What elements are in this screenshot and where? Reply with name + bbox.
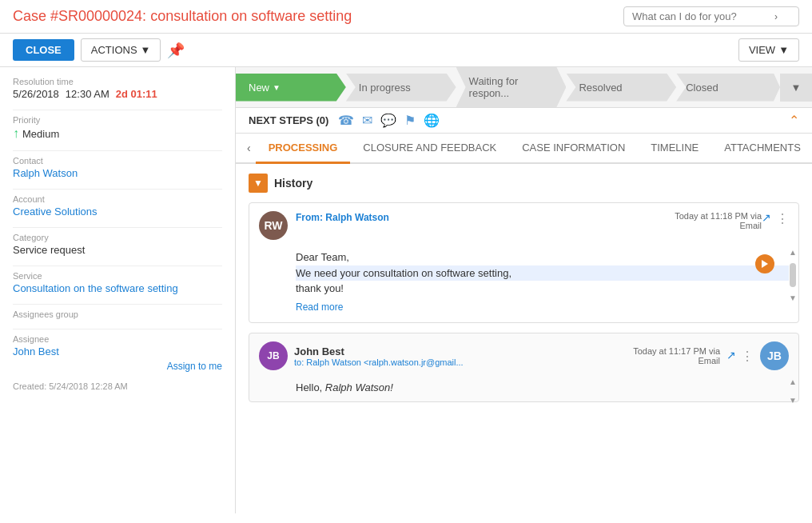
scroll-down-btn-1[interactable]: ▼ [789, 292, 797, 304]
actions-button[interactable]: ACTIONS ▼ [81, 38, 161, 62]
step-inprogress-label: In progress [359, 82, 411, 94]
email-expand-icon-1[interactable]: ↗ [762, 211, 771, 224]
step-new-label: New [249, 82, 269, 94]
step-new-dropdown-icon[interactable]: ▼ [273, 83, 281, 92]
email-avatar-1: RW [259, 211, 288, 240]
history-header: ▼ History [249, 174, 799, 193]
next-steps-label: NEXT STEPS (0) [249, 114, 328, 126]
scroll-down-btn-2[interactable]: ▼ [789, 396, 797, 405]
assign-to-me-link[interactable]: Assign to me [13, 361, 222, 372]
greeting-name-2: Ralph Watson! [325, 381, 393, 393]
category-field: Category Service request [13, 233, 222, 256]
scroll-up-btn-2[interactable]: ▲ [789, 377, 797, 386]
progress-step-resolved[interactable]: Resolved [566, 74, 676, 102]
view-button[interactable]: VIEW ▼ [738, 38, 799, 62]
progress-step-new[interactable]: New ▼ [236, 74, 346, 102]
tab-processing[interactable]: PROCESSING [256, 134, 351, 164]
view-label: VIEW [749, 44, 775, 56]
tab-attachments[interactable]: ATTACHMENTS [711, 134, 812, 164]
email-greeting-2: Hello, Ralph Watson! [249, 378, 798, 401]
tab-prev-button[interactable]: ‹ [242, 134, 256, 162]
page-title: Case #SR00000024: consultation on softwa… [13, 8, 352, 25]
user-avatar-right: JB [760, 341, 789, 370]
search-input[interactable] [632, 10, 768, 22]
search-box[interactable]: › [623, 6, 799, 26]
service-value[interactable]: Consultation on the software setting [13, 282, 178, 294]
sidebar: Resolution time 5/26/2018 12:30 AM 2d 01… [0, 67, 236, 513]
account-value[interactable]: Creative Solutions [13, 206, 98, 218]
collapse-button[interactable]: ⌃ [789, 113, 799, 128]
globe-icon[interactable]: 🌐 [424, 113, 440, 128]
resolution-time-field: Resolution time 5/26/2018 12:30 AM 2d 01… [13, 77, 222, 100]
email-time-2: Today at 11:17 PM via Email [633, 346, 720, 365]
step-closed-label: Closed [686, 82, 718, 94]
priority-label: Priority [13, 115, 222, 125]
case-number: Case #SR00000024: [13, 8, 150, 24]
assignees-group-label: Assignees group [13, 309, 222, 319]
view-dropdown-icon: ▼ [778, 44, 789, 56]
email-scrollbar-2[interactable]: ▲ ▼ [787, 377, 798, 401]
priority-arrow-icon: ↑ [13, 126, 19, 141]
category-label: Category [13, 233, 222, 242]
close-button[interactable]: CLOSE [13, 39, 74, 61]
toolbar-left: CLOSE ACTIONS ▼ 📌 [13, 38, 185, 62]
progress-step-waiting[interactable]: Waiting for respon... [456, 67, 567, 107]
actions-dropdown-icon: ▼ [141, 44, 151, 56]
svg-marker-0 [762, 260, 768, 268]
email-from-1: From: Ralph Watson [296, 212, 389, 223]
content-body: ▼ History RW From: Ralph Watson Today at… [236, 164, 812, 513]
progress-end-dropdown[interactable]: ▼ [780, 74, 812, 102]
step-waiting-label: Waiting for respon... [469, 75, 554, 99]
account-field: Account Creative Solutions [13, 194, 222, 218]
phone-icon[interactable]: ☎ [338, 113, 354, 128]
assignee-value[interactable]: John Best [13, 345, 59, 357]
contact-value[interactable]: Ralph Watson [13, 167, 78, 179]
actions-label: ACTIONS [91, 44, 137, 56]
step-resolved-label: Resolved [579, 82, 622, 94]
email-card-1: RW From: Ralph Watson Today at 11:18 PM … [249, 202, 799, 323]
chat-icon[interactable]: 💬 [380, 113, 396, 128]
email-card-1-header: RW From: Ralph Watson Today at 11:18 PM … [249, 203, 798, 246]
assignees-group-field: Assignees group [13, 309, 222, 319]
main-layout: Resolution time 5/26/2018 12:30 AM 2d 01… [0, 67, 812, 513]
pin-icon[interactable]: 📌 [167, 42, 185, 59]
progress-step-closed[interactable]: Closed [676, 74, 780, 102]
email-scrollbar-1[interactable]: ▲ ▼ [787, 246, 798, 322]
next-steps-bar: NEXT STEPS (0) ☎ ✉ 💬 ⚑ 🌐 ⌃ [236, 108, 812, 134]
email-card-2-header: JB John Best to: Ralph Watson <ralph.wat… [249, 333, 798, 378]
email-menu-icon-2[interactable]: ⋮ [741, 349, 754, 364]
contact-field: Contact Ralph Watson [13, 156, 222, 179]
case-title: consultation on software setting [150, 8, 352, 24]
email-to-2: to: Ralph Watson <ralph.watson.jr@gmail.… [294, 357, 627, 367]
email-compact-info-2: John Best to: Ralph Watson <ralph.watson… [294, 345, 627, 367]
tab-timeline[interactable]: TIMELINE [638, 134, 711, 164]
email-to-address-2[interactable]: Ralph Watson <ralph.watson.jr@gmail... [306, 357, 463, 367]
assignee-label: Assignee [13, 334, 222, 344]
resolution-date: 5/26/2018 [13, 88, 59, 100]
priority-value: Medium [22, 128, 59, 140]
service-label: Service [13, 271, 222, 281]
resolution-time: 12:30 AM [66, 88, 109, 100]
flag-icon[interactable]: ⚑ [404, 113, 416, 128]
service-field: Service Consultation on the software set… [13, 271, 222, 294]
next-steps-icons: ☎ ✉ 💬 ⚑ 🌐 [338, 113, 440, 128]
email-menu-icon-1[interactable]: ⋮ [776, 211, 789, 226]
read-more-link-1[interactable]: Read more [296, 300, 343, 314]
resolution-countdown: 2d 01:11 [116, 88, 157, 100]
email-from-name-1[interactable]: Ralph Watson [325, 212, 389, 223]
email-icon[interactable]: ✉ [362, 113, 372, 128]
assignee-field: Assignee John Best Assign to me [13, 334, 222, 372]
history-icon: ▼ [249, 174, 268, 193]
account-label: Account [13, 194, 222, 204]
top-header: Case #SR00000024: consultation on softwa… [0, 0, 812, 34]
tab-case-information[interactable]: CASE INFORMATION [509, 134, 638, 164]
scroll-up-btn-1[interactable]: ▲ [789, 246, 797, 258]
email-expand-icon-2[interactable]: ↗ [726, 349, 736, 361]
email-time-1: Today at 11:18 PM via Email [675, 211, 762, 230]
search-chevron-icon: › [774, 11, 778, 22]
tab-closure-feedback[interactable]: CLOSURE AND FEEDBACK [350, 134, 509, 164]
scroll-thumb-1 [790, 263, 796, 287]
email-actions-2: ↗ ⋮ [726, 349, 754, 364]
email-sender-name-2: John Best [294, 345, 627, 357]
progress-step-inprogress[interactable]: In progress [346, 74, 456, 102]
